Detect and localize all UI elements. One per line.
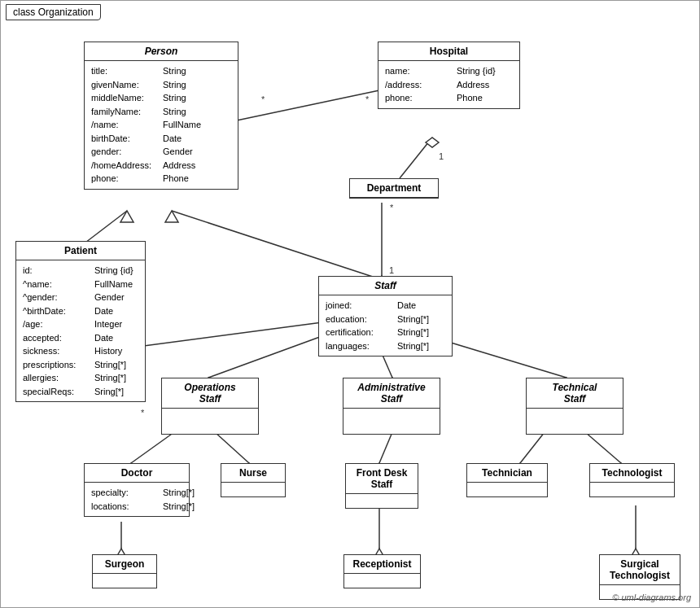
doctor-class: Doctor specialty:String[*] locations:Str… xyxy=(84,463,190,517)
hospital-class: Hospital name:String {id} /address:Addre… xyxy=(378,42,520,109)
svg-marker-3 xyxy=(426,138,439,147)
svg-line-5 xyxy=(208,335,326,378)
copyright: © uml-diagrams.org xyxy=(612,593,691,602)
staff-class-name: Staff xyxy=(319,277,452,295)
front-desk-staff-class-name: Front Desk Staff xyxy=(346,464,418,494)
doctor-class-attrs: specialty:String[*] locations:String[*] xyxy=(85,483,189,516)
hospital-class-attrs: name:String {id} /address:Address phone:… xyxy=(378,61,519,108)
administrative-staff-class: Administrative Staff xyxy=(343,378,440,435)
hospital-class-name: Hospital xyxy=(378,42,519,61)
svg-line-17 xyxy=(233,90,379,121)
operations-staff-class: Operations Staff xyxy=(161,378,259,435)
multiplicity-hospital-dept: 1 xyxy=(439,151,444,161)
svg-line-0 xyxy=(82,211,127,245)
patient-class: Patient id:String {id} ^name:FullName ^g… xyxy=(15,241,146,402)
multiplicity-opstaff: * xyxy=(141,408,144,418)
multiplicity-dept-staff: 1 xyxy=(389,265,394,275)
staff-class-attrs: joined:Date education:String[*] certific… xyxy=(319,295,452,356)
technologist-class-name: Technologist xyxy=(590,464,674,483)
svg-line-8 xyxy=(131,432,174,463)
svg-line-11 xyxy=(520,432,545,463)
multiplicity-hospital-person: * xyxy=(365,94,369,104)
multiplicity-dept-multi: * xyxy=(390,203,393,212)
diagram-container: class Organization xyxy=(0,0,700,608)
nurse-class: Nurse xyxy=(221,463,286,497)
diagram-title: class Organization xyxy=(6,4,101,20)
person-class: Person title:String givenName:String mid… xyxy=(84,42,238,190)
svg-line-9 xyxy=(215,432,249,463)
technician-class-name: Technician xyxy=(467,464,547,483)
patient-class-name: Patient xyxy=(16,242,145,260)
svg-marker-19 xyxy=(165,211,178,222)
department-class: Department xyxy=(349,178,439,199)
staff-class: Staff joined:Date education:String[*] ce… xyxy=(318,276,453,356)
person-class-attrs: title:String givenName:String middleName… xyxy=(85,61,238,189)
nurse-class-name: Nurse xyxy=(221,464,285,483)
technologist-class: Technologist xyxy=(589,463,675,497)
svg-line-10 xyxy=(379,432,392,463)
patient-class-attrs: id:String {id} ^name:FullName ^gender:Ge… xyxy=(16,260,145,401)
administrative-staff-class-name: Administrative Staff xyxy=(343,378,440,409)
person-class-name: Person xyxy=(85,42,238,61)
surgeon-class: Surgeon xyxy=(92,554,157,588)
svg-marker-18 xyxy=(120,211,133,222)
doctor-class-name: Doctor xyxy=(85,464,189,483)
department-class-name: Department xyxy=(350,179,438,198)
svg-line-1 xyxy=(172,211,375,278)
multiplicity-person-hospital: * xyxy=(261,94,265,104)
technical-staff-class: Technical Staff xyxy=(526,378,623,435)
technical-staff-class-name: Technical Staff xyxy=(527,378,623,409)
receptionist-class-name: Receptionist xyxy=(344,555,420,574)
surgical-technologist-class-name: Surgical Technologist xyxy=(600,555,680,585)
receptionist-class: Receptionist xyxy=(343,554,421,588)
front-desk-staff-class: Front Desk Staff xyxy=(345,463,418,509)
svg-line-2 xyxy=(400,138,432,178)
surgeon-class-name: Surgeon xyxy=(93,555,156,574)
svg-line-12 xyxy=(585,432,621,463)
technician-class: Technician xyxy=(466,463,548,497)
operations-staff-class-name: Operations Staff xyxy=(162,378,258,409)
